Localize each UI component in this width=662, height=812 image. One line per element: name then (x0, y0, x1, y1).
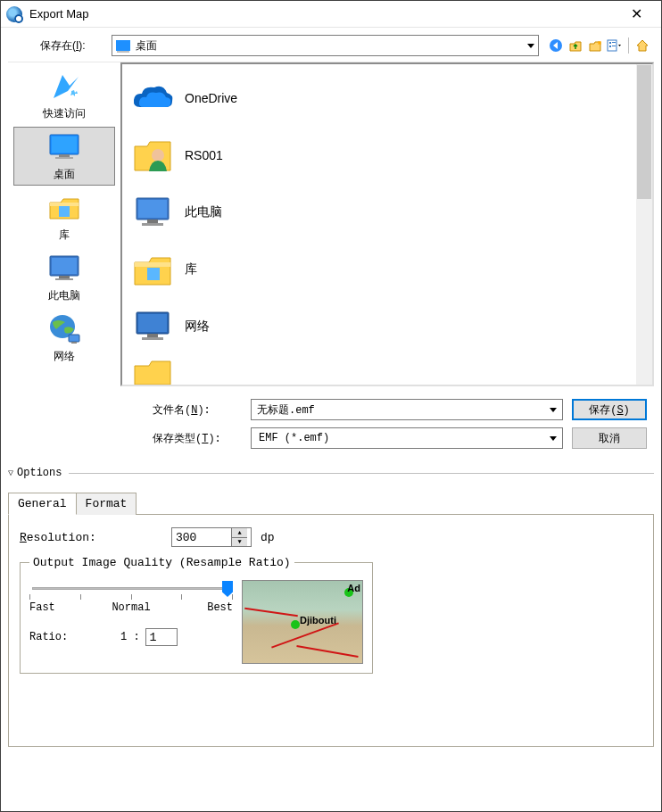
place-network[interactable]: 网络 (13, 309, 115, 368)
scrollbar[interactable] (636, 64, 652, 385)
svg-point-19 (152, 149, 164, 162)
svg-rect-18 (71, 342, 77, 344)
this-pc-icon (131, 193, 174, 232)
lookin-value: 桌面 (136, 38, 157, 54)
filename-input[interactable] (252, 403, 544, 416)
window-title: Export Map (29, 7, 616, 21)
home-icon[interactable] (634, 37, 650, 54)
list-item[interactable]: 库 (131, 241, 633, 298)
svg-rect-3 (609, 46, 611, 47)
svg-rect-29 (142, 337, 163, 340)
savetype-value: EMF (*.emf) (259, 432, 544, 444)
svg-rect-9 (55, 157, 73, 159)
place-quick-access[interactable]: 快速访问 (13, 66, 115, 125)
resolution-label: Resolution: (20, 531, 162, 544)
monitor-icon (46, 253, 82, 285)
options-section: ▽ Options General Format Resolution: ▲ ▼ (8, 467, 654, 747)
desktop-small-icon (116, 40, 130, 51)
tab-general[interactable]: General (8, 493, 77, 515)
libraries-folder-icon (131, 250, 174, 289)
resolution-unit: dp (261, 531, 275, 544)
titlebar: Export Map ✕ (1, 1, 661, 28)
file-browser: 快速访问 桌面 库 此电脑 (8, 62, 654, 386)
general-panel: Resolution: ▲ ▼ dp Output Image Quality … (8, 515, 654, 747)
monitor-icon (46, 131, 82, 163)
spin-up-icon[interactable]: ▲ (232, 528, 247, 538)
back-icon[interactable] (548, 37, 564, 54)
place-libraries[interactable]: 库 (13, 187, 115, 246)
place-this-pc[interactable]: 此电脑 (13, 248, 115, 307)
chevron-down-icon (527, 44, 534, 48)
scrollbar-thumb[interactable] (637, 65, 651, 199)
output-quality-legend: Output Image Quality (Resample Ratio) (29, 556, 294, 569)
slider-ticks (29, 582, 233, 598)
list-item[interactable]: RS001 (131, 127, 633, 184)
output-quality-group: Output Image Quality (Resample Ratio) Fa… (20, 556, 373, 674)
svg-rect-21 (138, 200, 167, 218)
svg-rect-23 (142, 223, 163, 226)
svg-rect-13 (52, 258, 77, 274)
svg-rect-24 (135, 262, 170, 267)
svg-rect-4 (612, 42, 616, 43)
list-item[interactable]: 网络 (131, 298, 633, 355)
svg-rect-28 (147, 334, 158, 337)
svg-rect-10 (50, 203, 79, 206)
map-preview: Djibouti Ad (242, 580, 363, 664)
place-desktop[interactable]: 桌面 (13, 127, 115, 186)
close-button[interactable]: ✕ (616, 2, 656, 27)
onedrive-icon (131, 79, 174, 118)
ratio-input[interactable] (145, 628, 178, 646)
list-item[interactable] (131, 355, 633, 386)
tab-format[interactable]: Format (76, 493, 137, 515)
svg-rect-8 (59, 154, 70, 157)
list-item[interactable]: OneDrive (131, 70, 633, 127)
ratio-prefix: 1 : (120, 631, 140, 643)
svg-rect-27 (138, 314, 167, 332)
resolution-spinner[interactable]: ▲ ▼ (171, 527, 252, 547)
svg-rect-25 (147, 268, 160, 280)
quality-slider[interactable] (29, 580, 233, 600)
tab-strip: General Format (8, 492, 654, 515)
chevron-down-icon: ▽ (8, 468, 13, 478)
places-bar: 快速访问 桌面 库 此电脑 (8, 62, 120, 386)
lookin-label: 保存在(I): (8, 38, 106, 54)
svg-rect-11 (59, 206, 70, 217)
filename-label: 文件名(N): (153, 402, 242, 418)
svg-rect-5 (612, 46, 616, 46)
svg-rect-2 (609, 42, 611, 44)
user-folder-icon (131, 136, 174, 175)
svg-rect-15 (55, 278, 73, 280)
chevron-down-icon[interactable] (544, 436, 562, 441)
svg-rect-7 (52, 137, 77, 153)
lookin-combo[interactable]: 桌面 (112, 35, 539, 56)
save-fields: 文件名(N): 保存(S) 保存类型(T): EMF (*.emf) 取消 (8, 386, 654, 460)
lookin-row: 保存在(I): 桌面 (8, 35, 654, 56)
toolbar-separator (628, 37, 629, 54)
divider (69, 473, 654, 474)
chevron-down-icon[interactable] (544, 408, 562, 412)
folder-icon (131, 355, 174, 386)
list-item[interactable]: 此电脑 (131, 184, 633, 241)
resolution-input[interactable] (172, 528, 231, 546)
star-icon (46, 70, 82, 103)
network-monitor-icon (131, 307, 174, 346)
savetype-label: 保存类型(T): (153, 431, 242, 446)
cancel-button[interactable]: 取消 (572, 427, 647, 449)
save-button[interactable]: 保存(S) (572, 399, 647, 420)
spin-down-icon[interactable]: ▼ (232, 538, 247, 547)
file-list[interactable]: OneDrive RS001 此电脑 (120, 62, 654, 386)
svg-rect-22 (147, 220, 158, 223)
savetype-combo[interactable]: EMF (*.emf) (251, 427, 563, 449)
app-icon (6, 6, 22, 22)
folder-icon (46, 192, 82, 224)
new-folder-icon[interactable] (587, 37, 603, 54)
options-toggle[interactable]: ▽ Options (8, 467, 654, 479)
file-toolbar (544, 37, 654, 54)
slider-labels: Fast Normal Best (29, 601, 233, 614)
svg-rect-17 (69, 335, 79, 342)
views-icon[interactable] (607, 37, 623, 54)
svg-rect-14 (59, 276, 70, 278)
filename-combo[interactable] (251, 399, 563, 420)
up-one-level-icon[interactable] (567, 37, 583, 54)
globe-icon (46, 313, 82, 345)
